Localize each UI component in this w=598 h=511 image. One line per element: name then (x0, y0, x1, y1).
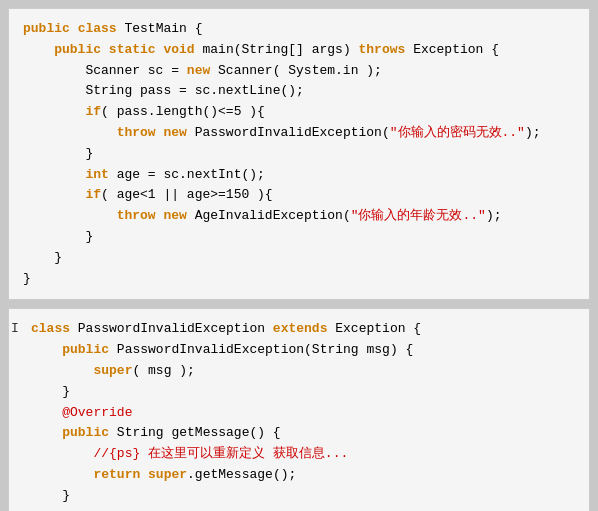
b2-line-2: public PasswordInvalidException(String m… (31, 340, 575, 361)
line-9: if( age<1 || age>=150 ){ (23, 185, 575, 206)
line-11: } (23, 227, 575, 248)
b2-line-10: } (31, 507, 575, 511)
b2-line-4: } (31, 382, 575, 403)
line-8: int age = sc.nextInt(); (23, 165, 575, 186)
line-5: if( pass.length()<=5 ){ (23, 102, 575, 123)
b2-line-6: public String getMessage() { (31, 423, 575, 444)
code-block-2: I class PasswordInvalidException extends… (8, 308, 590, 511)
line-12: } (23, 248, 575, 269)
code-block-1: public class TestMain { public static vo… (8, 8, 590, 300)
line-indicator: I (11, 319, 19, 340)
b2-line-8: return super.getMessage(); (31, 465, 575, 486)
line-7: } (23, 144, 575, 165)
line-4: String pass = sc.nextLine(); (23, 81, 575, 102)
line-6: throw new PasswordInvalidException("你输入的… (23, 123, 575, 144)
line-13: } (23, 269, 575, 290)
line-10: throw new AgeInvalidException("你输入的年龄无效.… (23, 206, 575, 227)
b2-line-3: super( msg ); (31, 361, 575, 382)
line-2: public static void main(String[] args) t… (23, 40, 575, 61)
line-3: Scanner sc = new Scanner( System.in ); (23, 61, 575, 82)
b2-line-1: class PasswordInvalidException extends E… (31, 319, 575, 340)
b2-line-9: } (31, 486, 575, 507)
b2-line-5: @Override (31, 403, 575, 424)
line-1: public class TestMain { (23, 19, 575, 40)
code-content-2: class PasswordInvalidException extends E… (23, 319, 575, 511)
code-content-1: public class TestMain { public static vo… (23, 19, 575, 289)
b2-line-7: //{ps} 在这里可以重新定义 获取信息... (31, 444, 575, 465)
